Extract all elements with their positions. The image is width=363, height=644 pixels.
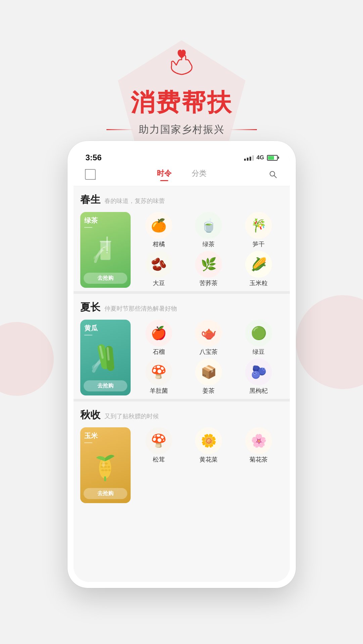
product-name-soybean: 大豆: [153, 279, 165, 287]
svg-rect-6: [100, 241, 111, 242]
hero-line-left: [106, 129, 133, 130]
svg-line-1: [274, 176, 276, 178]
bg-decoration-left: [0, 322, 54, 396]
section-body-summer: 黄瓜: [80, 320, 283, 395]
hero-title: 消费帮扶: [131, 87, 233, 119]
svg-point-22: [102, 462, 105, 467]
section-header-summer: 夏长 仲夏时节那些清热解暑好物: [80, 301, 283, 314]
product-name-citrus: 柑橘: [153, 240, 165, 248]
list-item[interactable]: 🌸 菊花茶: [234, 427, 283, 464]
section-header-autumn: 秋收 又到了贴秋膘的时候: [80, 408, 283, 422]
featured-label-row-summer: 黄瓜: [80, 320, 131, 334]
section-desc-spring: 春的味道，复苏的味蕾: [104, 197, 165, 205]
featured-img-spring: [80, 230, 131, 270]
featured-btn-autumn[interactable]: 去抢购: [84, 488, 127, 499]
svg-point-17: [107, 466, 110, 468]
hero-icon: [165, 45, 198, 80]
green-tea-illustration: [94, 235, 117, 265]
list-item[interactable]: 🍄 松茸: [135, 427, 183, 464]
product-name-daylily: 黄花菜: [199, 455, 218, 464]
featured-card-summer[interactable]: 黄瓜: [80, 320, 131, 395]
product-img-bamboo: 🎋: [245, 212, 272, 239]
bg-decoration-right: [296, 295, 363, 389]
product-name-corn: 玉米粒: [249, 279, 268, 287]
section-summer: 夏长 仲夏时节那些清热解暑好物 黄瓜: [74, 294, 290, 399]
list-item[interactable]: 🍊 柑橘: [135, 212, 183, 248]
featured-line: [84, 227, 92, 228]
section-desc-autumn: 又到了贴秋膘的时候: [104, 412, 159, 420]
section-autumn: 秋收 又到了贴秋膘的时候 玉米: [74, 401, 290, 506]
featured-btn-summer[interactable]: 去抢购: [84, 380, 127, 391]
battery-icon: [267, 155, 278, 161]
signal-icon: [244, 155, 254, 161]
svg-point-14: [104, 463, 108, 465]
product-img-corn: 🌽: [245, 251, 272, 278]
featured-img-autumn: [80, 445, 131, 485]
list-item[interactable]: 🌼 黄花菜: [184, 427, 233, 464]
hero-subtitle: 助力国家乡村振兴: [139, 123, 225, 137]
product-grid-spring: 🍊 柑橘 🍵 绿茶 🎋 笋干: [135, 212, 283, 288]
product-name-chrysanthemum: 菊花茶: [249, 455, 268, 464]
product-name-gingertea: 姜茶: [202, 387, 215, 395]
product-img-mungbean: 🟢: [245, 320, 272, 346]
product-img-morel: 🍄: [145, 359, 172, 385]
phone-mockup: 3:56 4G: [67, 141, 296, 588]
product-name-pomegranate: 石榴: [153, 348, 165, 356]
list-item[interactable]: 🌽 玉米粒: [234, 251, 283, 287]
product-img-chrysanthemum: 🌸: [245, 427, 272, 454]
product-img-soybean: 🫘: [145, 251, 172, 278]
search-button[interactable]: [264, 170, 282, 179]
phone-outer: 3:56 4G: [67, 141, 296, 588]
featured-btn-spring[interactable]: 去抢购: [84, 273, 127, 284]
status-bar: 3:56 4G: [74, 147, 290, 166]
svg-point-20: [108, 469, 111, 471]
section-body-spring: 绿茶: [80, 212, 283, 288]
svg-rect-21: [104, 476, 106, 481]
tab-category[interactable]: 分类: [192, 168, 207, 180]
list-item[interactable]: 🍄 羊肚菌: [135, 359, 183, 395]
product-img-pomegranate: 🍎: [145, 320, 172, 346]
cucumber-illustration: [92, 341, 119, 374]
list-item[interactable]: 📦 姜茶: [184, 359, 233, 395]
featured-line-autumn: [84, 442, 92, 443]
product-name-mungbean: 绿豆: [253, 348, 265, 356]
list-item[interactable]: 🌿 苦荞茶: [184, 251, 233, 287]
network-label: 4G: [257, 154, 264, 161]
list-item[interactable]: 🟢 绿豆: [234, 320, 283, 356]
featured-img-summer: [80, 337, 131, 378]
list-item[interactable]: 🫘 大豆: [135, 251, 183, 287]
list-item[interactable]: 🫖 八宝茶: [184, 320, 233, 356]
product-img-buckwheat: 🌿: [195, 251, 222, 278]
corn-illustration: [93, 449, 118, 481]
product-img-wolfberry: 🫐: [245, 359, 272, 385]
tab-seasonal[interactable]: 时令: [157, 168, 172, 180]
featured-card-autumn[interactable]: 玉米: [80, 427, 131, 503]
product-name-morel: 羊肚菌: [150, 387, 168, 395]
product-img-8tea: 🫖: [195, 320, 222, 346]
scan-button[interactable]: [82, 169, 99, 180]
product-img-citrus: 🍊: [145, 212, 172, 239]
product-name-8tea: 八宝茶: [199, 348, 218, 356]
divider-2: [74, 399, 290, 401]
product-img-daylily: 🌼: [195, 427, 222, 454]
list-item[interactable]: 🍵 绿茶: [184, 212, 233, 248]
product-name-greentea: 绿茶: [202, 240, 215, 248]
list-item[interactable]: 🍎 石榴: [135, 320, 183, 356]
list-item[interactable]: 🎋 笋干: [234, 212, 283, 248]
hero-line-right: [230, 129, 257, 130]
product-name-buckwheat: 苦荞茶: [199, 279, 218, 287]
status-icons: 4G: [244, 154, 278, 161]
product-name-wolfberry: 黑枸杞: [249, 387, 268, 395]
list-item[interactable]: 🫐 黑枸杞: [234, 359, 283, 395]
featured-name-summer: 黄瓜: [84, 324, 98, 333]
section-body-autumn: 玉米: [80, 427, 283, 503]
svg-point-18: [101, 469, 104, 471]
battery-fill: [268, 156, 274, 160]
featured-label-row-autumn: 玉米: [80, 427, 131, 442]
featured-label-row: 绿茶: [80, 212, 131, 226]
section-title-summer: 夏长: [80, 301, 100, 314]
featured-name-autumn: 玉米: [84, 431, 98, 440]
product-name-matsutake: 松茸: [153, 455, 165, 464]
featured-card-spring[interactable]: 绿茶: [80, 212, 131, 288]
product-img-greentea: 🍵: [195, 212, 222, 239]
